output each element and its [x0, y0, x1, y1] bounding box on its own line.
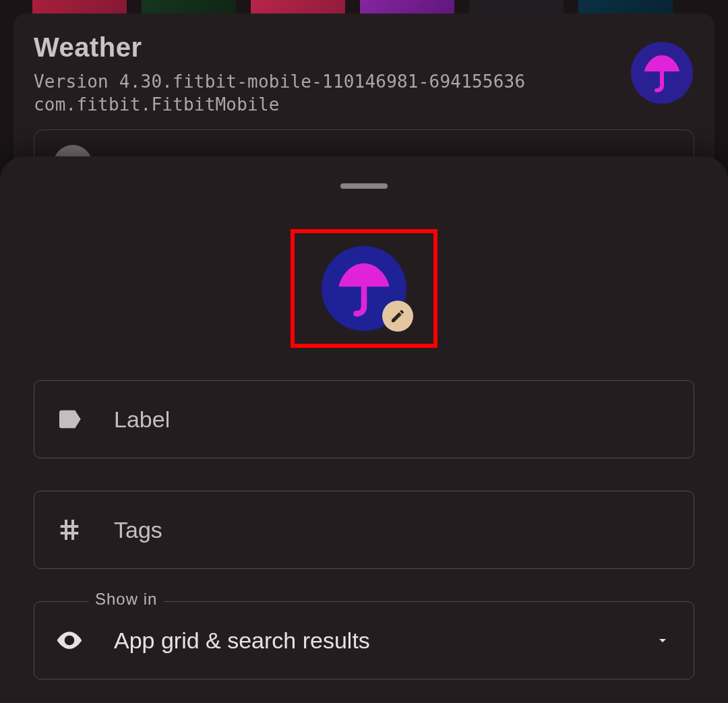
label-input-field[interactable]: Label [34, 380, 694, 458]
show-in-legend: Show in [88, 590, 164, 609]
tags-placeholder: Tags [114, 517, 162, 543]
dropdown-icon [655, 632, 671, 648]
eye-icon [55, 625, 84, 655]
show-in-select[interactable]: Show in App grid & search results [34, 601, 694, 679]
edit-icon-button[interactable] [382, 301, 413, 332]
drag-handle[interactable] [340, 183, 388, 189]
label-icon [55, 404, 84, 434]
app-package: com.fitbit.FitbitMobile [34, 94, 694, 117]
show-in-value: App grid & search results [114, 628, 370, 654]
app-icon-small [631, 42, 693, 104]
hash-icon [55, 515, 84, 545]
svg-point-4 [67, 638, 71, 642]
app-version: Version 4.30.fitbit-mobile-110146981-694… [34, 71, 694, 94]
icon-edit-highlight [291, 229, 437, 348]
edit-icon [390, 308, 406, 324]
app-tile-row [0, 0, 728, 13]
app-title: Weather [34, 32, 694, 63]
label-placeholder: Label [114, 406, 170, 433]
tags-input-field[interactable]: Tags [34, 491, 694, 569]
umbrella-icon [640, 51, 684, 94]
edit-bottom-sheet: Label Tags Show in App grid & search res… [0, 156, 728, 703]
